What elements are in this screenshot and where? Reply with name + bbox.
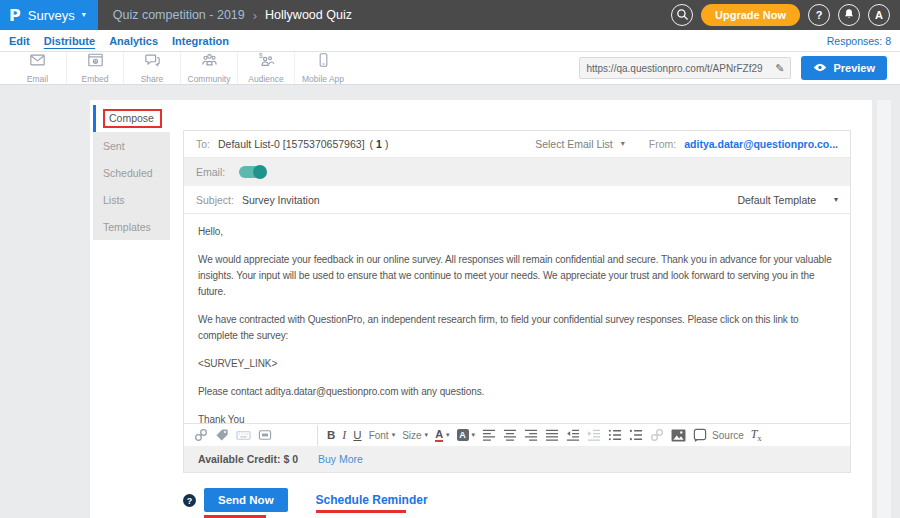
text-color-label: A	[435, 428, 443, 442]
subject-row: Subject: Survey Invitation Default Templ…	[184, 186, 850, 214]
sidebar-item-compose[interactable]: Compose	[93, 105, 170, 132]
chevron-down-icon: ▾	[425, 431, 429, 439]
recipient-list-name[interactable]: Default List-0 [1575370657963]	[218, 138, 365, 150]
insert-link-icon[interactable]	[194, 428, 208, 442]
channel-audience[interactable]: $Audience	[237, 52, 294, 84]
decrease-indent-icon[interactable]	[566, 428, 580, 442]
bulleted-list-icon[interactable]	[608, 428, 622, 442]
channel-share[interactable]: Share	[123, 52, 180, 84]
email-toggle-label: Email:	[196, 166, 225, 178]
tab-analytics[interactable]: Analytics	[109, 35, 158, 47]
channel-email[interactable]: Email	[9, 52, 66, 84]
select-email-list-dropdown[interactable]: Select Email List ▾	[535, 138, 625, 150]
numbered-list-icon[interactable]	[629, 428, 643, 442]
avatar[interactable]: A	[868, 4, 890, 26]
template-dropdown[interactable]: Default Template ▾	[737, 194, 838, 206]
email-body-paragraph: We have contracted with QuestionPro, an …	[198, 312, 836, 344]
channel-label: Mobile App	[302, 74, 344, 84]
channel-label: Embed	[82, 74, 109, 84]
sourcebox-glyph	[693, 428, 707, 442]
background-color-label: A	[457, 429, 469, 441]
notifications-button[interactable]	[838, 4, 860, 26]
email-toggle-row: Email:	[184, 158, 850, 186]
responses-count-link[interactable]: Responses: 8	[827, 35, 891, 47]
channel-mobile-app[interactable]: Mobile App	[294, 52, 351, 84]
underline[interactable]: U	[353, 429, 361, 441]
subject-label: Subject:	[196, 194, 234, 206]
eye-icon	[813, 62, 827, 74]
nav-tabs: EditDistributeAnalyticsIntegration	[9, 35, 243, 47]
search-button[interactable]	[671, 4, 693, 26]
elink-glyph	[194, 428, 208, 442]
insert-image-icon[interactable]	[671, 429, 686, 442]
help-button[interactable]: ?	[808, 4, 830, 26]
from-email-link[interactable]: aditya.datar@questionpro.co...	[684, 138, 838, 150]
annotation-box-compose: Compose	[103, 109, 162, 128]
audience-icon: $	[258, 52, 275, 72]
upgrade-now-button[interactable]: Upgrade Now	[701, 4, 800, 26]
email-body-editor[interactable]: Hello,We would appreciate your feedback …	[184, 214, 850, 423]
buy-more-link[interactable]: Buy More	[318, 453, 363, 465]
align-center-icon[interactable]	[503, 428, 517, 442]
channel-community[interactable]: Community	[180, 52, 237, 84]
template-selected-value: Default Template	[737, 194, 816, 206]
schedule-reminder-link[interactable]: Schedule Reminder	[316, 488, 428, 507]
background-color[interactable]: A▾	[457, 429, 476, 441]
tag-glyph	[215, 428, 229, 442]
insert-button-icon[interactable]	[258, 428, 272, 442]
breadcrumb-folder[interactable]: Quiz competition - 2019	[113, 8, 245, 22]
surveys-product-menu[interactable]: P Surveys ▾	[0, 0, 98, 30]
send-actions-row: ? Send Now Schedule Reminder	[183, 488, 428, 518]
send-help-icon[interactable]: ?	[183, 494, 196, 507]
insert-tag-icon[interactable]	[215, 428, 229, 442]
channel-embed[interactable]: Embed	[66, 52, 123, 84]
sidebar-item-label: Compose	[109, 112, 154, 124]
tab-distribute[interactable]: Distribute	[44, 35, 95, 47]
tab-integration[interactable]: Integration	[172, 35, 229, 47]
preview-button[interactable]: Preview	[801, 56, 887, 80]
email-distribution-card: ComposeSentScheduledListsTemplates To: D…	[90, 100, 872, 518]
svg-text:$: $	[258, 52, 262, 59]
vertical-scrollbar[interactable]	[877, 100, 891, 518]
email-body-paragraph: Please contact aditya.datar@questionpro.…	[198, 384, 836, 400]
font-dropdown-label: Font	[369, 430, 389, 441]
email-toggle[interactable]	[239, 166, 266, 178]
font-dropdown[interactable]: Font▾	[369, 430, 396, 441]
sidebar-item-sent[interactable]: Sent	[93, 132, 170, 159]
source-icon[interactable]: Source	[693, 428, 744, 442]
align-left-icon[interactable]	[482, 428, 496, 442]
sidebar-item-scheduled[interactable]: Scheduled	[93, 159, 170, 186]
align-right-icon[interactable]	[524, 428, 538, 442]
top-header: P Surveys ▾ Quiz competition - 2019 › Ho…	[0, 0, 900, 30]
product-name: Surveys	[28, 8, 75, 23]
indent-glyph	[587, 428, 601, 442]
bell-icon	[843, 8, 855, 22]
bold-label: B	[327, 429, 335, 441]
preview-label: Preview	[833, 62, 875, 74]
tab-edit[interactable]: Edit	[9, 35, 30, 47]
sidebar-item-label: Templates	[103, 221, 151, 233]
edit-url-pencil-icon[interactable]: ✎	[775, 62, 784, 75]
subject-value[interactable]: Survey Invitation	[242, 194, 320, 206]
underline-label: U	[353, 429, 361, 441]
text-color[interactable]: A▾	[435, 428, 449, 442]
send-now-button[interactable]: Send Now	[204, 488, 288, 512]
italic[interactable]: I	[342, 428, 346, 443]
ol-glyph	[629, 428, 643, 442]
to-label: To:	[196, 138, 210, 150]
align-justify-icon[interactable]	[545, 428, 559, 442]
increase-indent-icon	[587, 428, 601, 442]
breadcrumb-survey-name: Hollywood Quiz	[265, 8, 352, 22]
select-email-list-label: Select Email List	[535, 138, 613, 150]
survey-url-input[interactable]	[586, 63, 771, 74]
keyboard-glyph	[236, 428, 251, 442]
size-dropdown[interactable]: Size▾	[402, 430, 428, 441]
channel-label: Share	[141, 74, 164, 84]
bold[interactable]: B	[327, 429, 335, 441]
survey-url-box: ✎	[579, 57, 791, 79]
sidebar-item-lists[interactable]: Lists	[93, 186, 170, 213]
sidebar-item-templates[interactable]: Templates	[93, 213, 170, 240]
remove-format[interactable]: Tx	[751, 427, 762, 443]
mobile-icon	[316, 52, 331, 72]
chevron-down-icon: ▾	[446, 431, 450, 439]
